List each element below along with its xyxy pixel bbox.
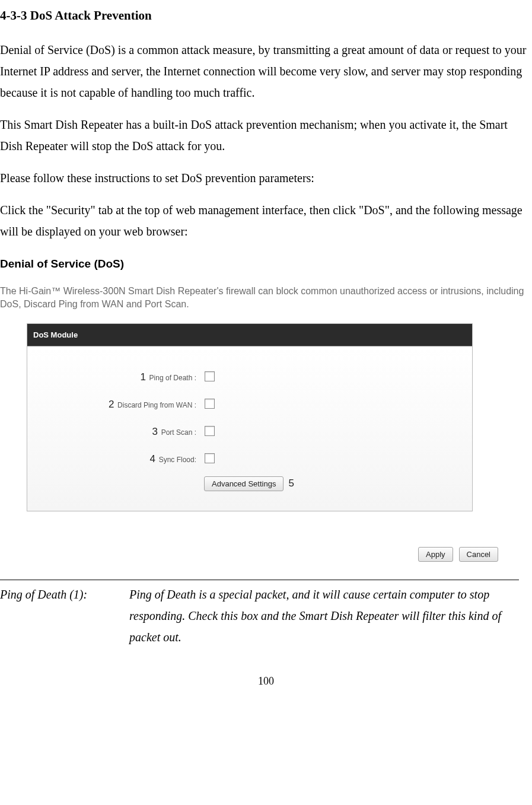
advanced-settings-row: Advanced Settings 5 xyxy=(204,475,466,493)
dos-module-panel: DoS Module 1 Ping of Death : 2 Discard P… xyxy=(27,323,473,511)
callout-number-1: 1 xyxy=(141,368,146,387)
apply-button[interactable]: Apply xyxy=(418,547,453,562)
parameter-row: Ping of Death (1): Ping of Death is a sp… xyxy=(0,584,532,648)
checkbox-discard-ping-wan[interactable] xyxy=(205,399,215,409)
parameter-name: Ping of Death (1): xyxy=(0,584,129,648)
callout-number-5: 5 xyxy=(288,475,294,493)
dos-panel-description: The Hi-Gain™ Wireless-300N Smart Dish Re… xyxy=(0,285,532,311)
checkbox-port-scan[interactable] xyxy=(205,426,215,436)
label-sync-flood: Sync Flood: xyxy=(159,456,196,464)
module-body: 1 Ping of Death : 2 Discard Ping from WA… xyxy=(27,346,472,511)
callout-number-3: 3 xyxy=(152,423,158,441)
label-ping-of-death: Ping of Death : xyxy=(149,374,196,382)
parameter-description: Ping of Death is a special packet, and i… xyxy=(129,584,532,648)
row-discard-ping-wan: 2 Discard Ping from WAN : xyxy=(33,393,466,414)
checkbox-sync-flood[interactable] xyxy=(205,453,215,463)
module-header: DoS Module xyxy=(27,324,472,346)
parameter-divider xyxy=(0,580,519,580)
label-port-scan: Port Scan : xyxy=(161,428,196,437)
cancel-button[interactable]: Cancel xyxy=(459,547,498,562)
paragraph-3: Please follow these instructions to set … xyxy=(0,167,532,189)
row-ping-of-death: 1 Ping of Death : xyxy=(33,365,466,387)
advanced-settings-button[interactable]: Advanced Settings xyxy=(204,476,283,491)
section-heading: 4-3-3 DoS Attack Prevention xyxy=(0,5,532,27)
dos-panel-title: Denial of Service (DoS) xyxy=(0,254,532,274)
label-discard-ping-wan: Discard Ping from WAN : xyxy=(117,401,196,409)
embedded-screenshot: Denial of Service (DoS) The Hi-Gain™ Wir… xyxy=(0,254,532,562)
page-number: 100 xyxy=(0,672,532,691)
row-sync-flood: 4 Sync Flood: xyxy=(33,447,466,469)
paragraph-4: Click the "Security" tab at the top of w… xyxy=(0,199,532,242)
paragraph-1: Denial of Service (DoS) is a common atta… xyxy=(0,39,532,103)
apply-cancel-row: Apply Cancel xyxy=(27,547,498,562)
row-port-scan: 3 Port Scan : xyxy=(33,420,466,441)
paragraph-2: This Smart Dish Repeater has a built-in … xyxy=(0,114,532,157)
checkbox-ping-of-death[interactable] xyxy=(205,371,215,381)
callout-number-2: 2 xyxy=(109,396,114,414)
callout-number-4: 4 xyxy=(150,450,155,469)
